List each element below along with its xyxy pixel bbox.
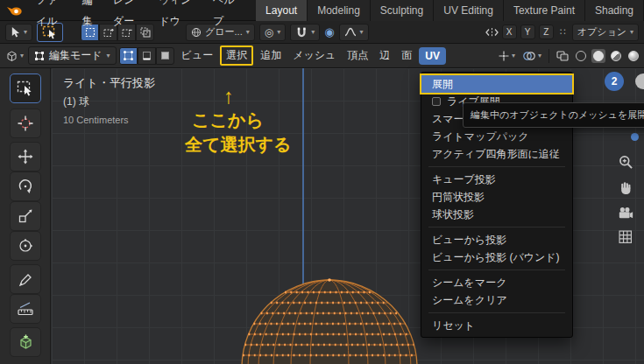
- cursor-tool-button[interactable]: [10, 108, 41, 138]
- rotate-icon: [18, 178, 33, 194]
- pivot-point-dropdown[interactable]: ◎ ▾: [259, 24, 287, 41]
- tooltip: 編集中のオブジェクトのメッシュを展開: [463, 102, 644, 128]
- viewport-header: ▾ 編集モード ▾: [0, 44, 644, 68]
- move-tool-button[interactable]: [10, 142, 41, 172]
- mirror-y-button[interactable]: Y: [520, 24, 535, 39]
- mirror-z-button[interactable]: Z: [539, 24, 554, 39]
- add-cube-tool-button[interactable]: [10, 327, 41, 357]
- menu-item-sphere-projection[interactable]: 球状投影: [421, 206, 572, 223]
- tab-modeling[interactable]: Modeling: [308, 0, 371, 21]
- mirror-x-button[interactable]: X: [502, 24, 517, 39]
- grid-scale-label: 10 Centimeters: [63, 115, 155, 125]
- mirror-icon[interactable]: [485, 27, 499, 38]
- annotation-arrow: ↑: [223, 84, 234, 108]
- menu-item-reset[interactable]: リセット: [421, 317, 572, 334]
- toggle-view-button[interactable]: [616, 228, 635, 247]
- menu-render[interactable]: レンダー: [105, 0, 152, 32]
- zoom-button[interactable]: [616, 152, 635, 172]
- measure-tool-button[interactable]: [10, 294, 41, 324]
- tab-uv-editing[interactable]: UV Editing: [434, 0, 504, 21]
- toolbar: [0, 68, 51, 364]
- menu-item-mark-seam[interactable]: シームをマーク: [421, 274, 572, 291]
- menu-item-label: 展開: [432, 77, 453, 92]
- correct-face-attributes-icon[interactable]: ∷: [560, 26, 566, 38]
- collection-badge[interactable]: 2: [605, 72, 624, 91]
- tooltip-text: 編集中のオブジェクトのメッシュを展開: [471, 109, 644, 120]
- chevron-down-icon: ▾: [311, 29, 315, 36]
- blender-logo-icon[interactable]: [5, 4, 23, 17]
- falloff-curve-icon: [344, 27, 357, 37]
- edge-mode-icon: [141, 50, 152, 61]
- menu-separator: [428, 166, 565, 167]
- snap-dropdown[interactable]: ▾: [290, 24, 320, 41]
- menu-window[interactable]: ウィンドウ: [151, 0, 205, 32]
- move-icon: [18, 149, 33, 164]
- menu-select[interactable]: 選択: [220, 46, 253, 66]
- menu-separator: [428, 312, 565, 313]
- options-dropdown[interactable]: オプション ▾: [572, 24, 639, 41]
- menu-add[interactable]: 追加: [256, 46, 286, 66]
- edit-mode-icon: [34, 51, 45, 61]
- menu-item-cylinder-projection[interactable]: 円筒状投影: [421, 188, 572, 206]
- tab-sculpting[interactable]: Sculpting: [371, 0, 434, 21]
- menu-face[interactable]: 面: [397, 46, 416, 66]
- menu-item-follow-active-quads[interactable]: アクティブ四角形面に追従: [421, 145, 572, 163]
- viewport-overlay-text: ライト・平行投影 (1) 球 10 Centimeters: [63, 75, 155, 125]
- workspace-tabs: Layout Modeling Sculpting UV Editing Tex…: [256, 0, 644, 21]
- overlays-icon: [522, 51, 536, 61]
- menu-view[interactable]: ビュー: [177, 46, 218, 66]
- axis-gizmo-dot[interactable]: [631, 133, 639, 141]
- annotation-text-line2: 全て選択する: [185, 133, 291, 157]
- menu-item-project-from-view-bounds[interactable]: ビューから投影 (バウンド): [421, 248, 572, 266]
- scale-tool-button[interactable]: [10, 201, 41, 231]
- menu-item-label: ビューから投影 (バウンド): [432, 250, 560, 265]
- magnifier-zoom-icon: [619, 155, 633, 170]
- menu-item-lightmap-pack[interactable]: ライトマップパック: [421, 128, 572, 145]
- shading-material-button[interactable]: [609, 51, 623, 61]
- navigation-gizmo-ball[interactable]: [635, 74, 644, 89]
- shading-wireframe-button[interactable]: [574, 51, 588, 61]
- menu-item-clear-seam[interactable]: シームをクリア: [421, 291, 572, 309]
- select-box-tool-button[interactable]: [10, 74, 41, 103]
- gizmo-icon: [498, 50, 510, 62]
- magnet-icon: [295, 27, 308, 38]
- tab-texture-paint[interactable]: Texture Paint: [504, 0, 585, 21]
- face-select-button[interactable]: [156, 47, 174, 65]
- rotate-tool-button[interactable]: [10, 172, 41, 201]
- xray-icon: [556, 51, 569, 61]
- select-box-icon: [17, 80, 34, 96]
- mode-dropdown[interactable]: 編集モード ▾: [28, 46, 117, 65]
- sphere-mesh[interactable]: [237, 276, 422, 364]
- vertex-mode-icon: [123, 50, 134, 61]
- proportional-editing-icon[interactable]: ◉: [324, 26, 334, 38]
- menu-edge[interactable]: 辺: [375, 46, 394, 66]
- annotate-tool-button[interactable]: [10, 264, 41, 294]
- menu-file[interactable]: ファイル: [28, 0, 74, 32]
- menu-item-project-from-view[interactable]: ビューから投影: [421, 231, 572, 248]
- menu-item-label: リセット: [432, 318, 475, 333]
- proportional-falloff-dropdown[interactable]: ▾: [339, 24, 369, 41]
- menu-help[interactable]: ヘルプ: [205, 0, 244, 32]
- shading-solid-button[interactable]: [591, 49, 605, 63]
- xray-toggle-button[interactable]: [555, 51, 570, 61]
- solid-shading-icon: [593, 51, 604, 61]
- menu-uv[interactable]: UV: [419, 47, 446, 65]
- menu-vertex[interactable]: 頂点: [343, 46, 372, 66]
- menu-item-label: アクティブ四角形面に追従: [432, 147, 560, 162]
- tab-layout[interactable]: Layout: [256, 0, 308, 21]
- active-object-label: (1) 球: [63, 94, 155, 109]
- menu-mesh[interactable]: メッシュ: [288, 46, 340, 66]
- vertex-select-button[interactable]: [119, 47, 138, 65]
- editor-type-button[interactable]: ▾: [4, 50, 25, 62]
- camera-view-button[interactable]: [616, 203, 635, 222]
- menu-item-cube-projection[interactable]: キューブ投影: [421, 171, 572, 188]
- menu-item-unwrap[interactable]: 展開: [421, 75, 572, 93]
- menu-edit[interactable]: 編集: [74, 0, 105, 32]
- overlays-dropdown[interactable]: ▾: [520, 51, 543, 61]
- shading-rendered-button[interactable]: [626, 51, 640, 61]
- show-gizmo-dropdown[interactable]: ▾: [496, 50, 517, 62]
- edge-select-button[interactable]: [138, 47, 156, 65]
- pan-button[interactable]: [616, 178, 635, 198]
- tab-shading[interactable]: Shading: [585, 0, 644, 21]
- transform-tool-button[interactable]: [10, 231, 41, 261]
